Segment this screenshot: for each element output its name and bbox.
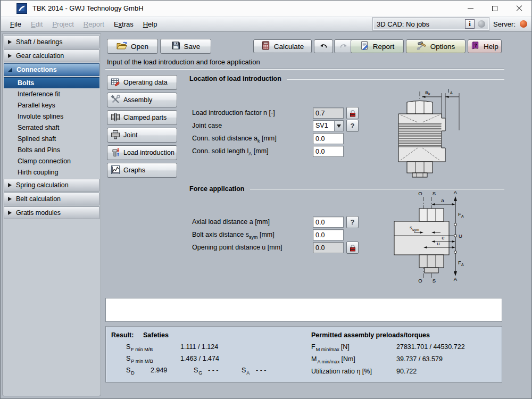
field-label: Axial load distance a [mm]	[192, 218, 270, 227]
save-label: Save	[184, 43, 201, 51]
expanded-triangle-icon	[8, 68, 12, 72]
joint-case-help-button[interactable]: ?	[346, 120, 359, 132]
menu-edit[interactable]: Edit	[26, 19, 47, 30]
save-floppy-icon	[171, 41, 180, 52]
joint-case-dropdown[interactable]: SV1	[313, 120, 344, 131]
sidebar-item-parallel-keys[interactable]: Parallel keys	[4, 99, 99, 111]
field-label: Joint case	[192, 122, 222, 131]
collapsed-triangle-icon	[8, 40, 12, 44]
load-introduction-factor-input	[313, 107, 344, 119]
field-label: Conn. solid length lA [mm]	[192, 147, 269, 156]
sidebar-section-spring-calculation[interactable]: Spring calculation	[4, 179, 99, 192]
svg-text:S: S	[433, 190, 436, 196]
safety-sd-symbol: SD	[126, 367, 135, 374]
svg-text:O: O	[418, 278, 422, 284]
calculate-button[interactable]: Calculate	[253, 39, 312, 53]
nav-load-introduction-button[interactable]: Load introduction	[107, 145, 177, 160]
nav-label: Operating data	[123, 79, 168, 86]
nav-label: Assembly	[123, 96, 152, 104]
nav-label: Load introduction	[123, 149, 174, 156]
field-label: Bolt axis distance ssym [mm]	[192, 231, 275, 240]
save-button[interactable]: Save	[160, 39, 211, 54]
svg-text:a: a	[441, 197, 444, 203]
nav-label: Joint	[123, 131, 137, 139]
sidebar-section-gratis-modules[interactable]: Gratis modules	[4, 206, 99, 219]
svg-text:A: A	[461, 263, 464, 267]
undo-button[interactable]	[314, 39, 333, 53]
safety-sd-value: 2.949	[151, 367, 167, 374]
sidebar-item-hirth-coupling[interactable]: Hirth coupling	[4, 167, 99, 178]
dropdown-button[interactable]	[334, 121, 343, 131]
help-label: Help	[484, 43, 498, 51]
menu-project[interactable]: Project	[47, 19, 78, 30]
nav-assembly-button[interactable]: Assembly	[107, 93, 177, 107]
conn-solid-distance-input[interactable]	[313, 133, 344, 144]
menu-extras[interactable]: Extras	[109, 19, 138, 30]
minimize-button[interactable]	[458, 1, 483, 16]
sidebar-item-clamp-connection[interactable]: Clamp connection	[4, 155, 99, 167]
menu-help[interactable]: Help	[138, 19, 162, 30]
sidebar-item-involute-splines[interactable]: Involute splines	[4, 111, 99, 122]
sidebar-item-interference-fit[interactable]: Interference fit	[4, 88, 99, 99]
nav-operating-data-button[interactable]: Operating data	[107, 75, 177, 90]
utilization-ratio-value: 90.722	[396, 368, 417, 375]
divider	[105, 69, 504, 70]
cad-info-button[interactable]: i	[465, 19, 475, 29]
graphs-icon	[111, 165, 120, 176]
app-logo-icon	[16, 3, 27, 14]
field-label: Opening point distance u [mm]	[192, 244, 282, 253]
nav-joint-button[interactable]: Joint	[107, 128, 177, 143]
svg-text:U: U	[459, 233, 462, 239]
open-button[interactable]: Open	[107, 39, 158, 54]
chevron-down-icon	[337, 124, 341, 128]
close-button[interactable]	[507, 1, 531, 16]
conn-solid-length-input[interactable]	[313, 146, 344, 157]
bolt-axis-distance-input[interactable]	[313, 229, 344, 240]
server-label: Server:	[493, 20, 516, 28]
field-label: Load introduction factor n [-]	[192, 109, 275, 118]
lock-icon	[349, 110, 356, 117]
result-panel: Result: Safeties SF min M/B 1.111 / 1.12…	[105, 326, 502, 383]
svg-text:A: A	[454, 189, 458, 195]
axial-load-help-button[interactable]: ?	[346, 216, 359, 228]
svg-text:A: A	[450, 91, 453, 95]
message-area	[105, 298, 502, 322]
close-icon	[516, 5, 522, 12]
svg-text:O: O	[418, 190, 422, 196]
calculate-label: Calculate	[274, 43, 304, 51]
lock-button[interactable]	[346, 107, 359, 119]
nav-clamped-parts-button[interactable]: Clamped parts	[107, 110, 177, 125]
permitted-title: Permitted assembly preloads/torques	[311, 331, 430, 339]
lock-button[interactable]	[346, 242, 359, 254]
menu-bar: File Edit Project Report Extras Help 3D …	[1, 16, 531, 32]
opening-point-distance-input	[313, 242, 344, 253]
nav-graphs-button[interactable]: Graphs	[107, 163, 177, 178]
options-button[interactable]: Options	[406, 39, 466, 53]
sidebar-section-belt-calculation[interactable]: Belt calculation	[4, 193, 99, 205]
menu-report[interactable]: Report	[79, 19, 109, 30]
sidebar-item-serrated-shaft[interactable]: Serrated shaft	[4, 122, 99, 133]
sidebar-section-gear-calculation[interactable]: Gear calculation	[4, 49, 99, 62]
sidebar-item-splined-shaft[interactable]: Splined shaft	[4, 133, 99, 144]
collapsed-triangle-icon	[8, 197, 12, 201]
axial-load-distance-input[interactable]	[313, 217, 344, 228]
sidebar-item-bolts[interactable]: Bolts	[4, 77, 99, 88]
collapsed-triangle-icon	[8, 54, 12, 58]
maximize-button[interactable]	[483, 1, 507, 16]
sidebar-section-shaft-bearings[interactable]: Shaft / bearings	[4, 36, 99, 48]
sidebar-item-bolts-and-pins[interactable]: Bolts and Pins	[4, 144, 99, 155]
sidebar-section-connections[interactable]: Connections	[4, 63, 99, 76]
page-title: Input of the load introduction and force…	[107, 58, 260, 66]
safety-sf-symbol: SF min M/B	[126, 343, 153, 351]
menu-file[interactable]: File	[5, 19, 26, 30]
collapsed-triangle-icon	[8, 183, 12, 187]
collapsed-triangle-icon	[8, 211, 12, 215]
title-bar: TBK 2014 - GWJ Technology GmbH	[1, 1, 531, 16]
help-button[interactable]: ? Help	[468, 39, 502, 53]
utilization-ratio-label: Utilization ratio η [%]	[311, 368, 372, 375]
redo-icon	[339, 42, 348, 51]
minimize-icon	[468, 8, 473, 9]
report-button[interactable]: Report	[351, 39, 404, 53]
torque-ma-symbol: MA min/max[Nm]	[311, 355, 355, 363]
main-area: Open Save	[103, 32, 531, 397]
